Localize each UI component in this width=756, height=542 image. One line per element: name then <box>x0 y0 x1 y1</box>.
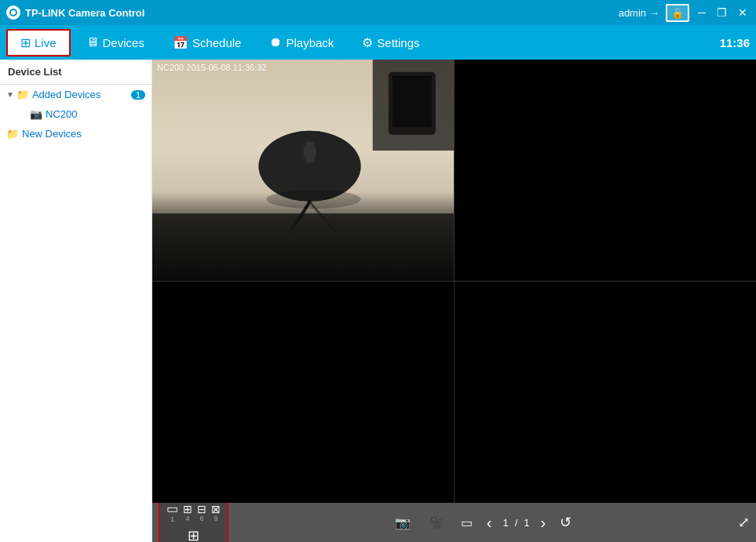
app-title-section: TP-LINK Camera Control <box>6 5 144 20</box>
new-devices-icon: 📁 <box>6 128 19 140</box>
prev-page-button[interactable]: ‹ <box>487 514 492 532</box>
tree-item-nc200[interactable]: 📷 NC200 <box>24 104 152 124</box>
layout-options: ▭ 1 ⊞ 4 ⊟ 6 ⊠ 9 <box>165 501 222 525</box>
current-time: 11:36 <box>720 36 750 49</box>
nav-item-live[interactable]: ⊞ Live <box>6 29 71 56</box>
nav-label-devices: Devices <box>103 36 144 49</box>
nav-label-schedule: Schedule <box>192 36 242 49</box>
video-cell-top-right[interactable] <box>455 60 756 281</box>
added-devices-label: Added Devices <box>32 89 131 100</box>
sidebar-title: Device List <box>0 60 152 85</box>
page-current: 1 <box>502 517 508 529</box>
layout-6-label: 6 <box>199 515 203 522</box>
sidebar: Device List ▼ 📁 Added Devices 1 📷 NC200 … <box>0 60 152 542</box>
title-bar: TP-LINK Camera Control admin → 🔒 ─ ❐ ✕ <box>0 0 756 25</box>
nav-item-devices[interactable]: 🖥 Devices <box>74 31 157 54</box>
video-cell-top-left[interactable]: NC200 2015-06-08 11:36:32 <box>152 60 454 281</box>
layout-1-icon: ▭ <box>166 503 178 515</box>
signin-icon[interactable]: → <box>649 7 659 19</box>
folder-icon: 📁 <box>16 89 29 100</box>
lock-button[interactable]: 🔒 <box>666 4 689 22</box>
page-total: 1 <box>524 517 529 529</box>
nav-label-settings: Settings <box>377 36 419 49</box>
layout-4-icon: ⊞ <box>183 504 192 515</box>
layout-9-label: 9 <box>214 515 217 522</box>
live-icon: ⊞ <box>20 35 31 50</box>
window-button[interactable]: ▭ <box>458 512 476 533</box>
added-devices-badge: 1 <box>131 90 145 100</box>
lock-icon: 🔒 <box>671 7 684 19</box>
camera-feed <box>152 60 454 281</box>
devices-icon: 🖥 <box>86 35 99 49</box>
toolbar-controls: 📷 🎥 ▭ ‹ 1 / 1 › ↺ <box>228 511 738 534</box>
layout-1-label: 1 <box>170 515 174 523</box>
layout-1-button[interactable]: ▭ 1 <box>165 501 180 525</box>
svg-rect-9 <box>373 60 454 151</box>
layout-6-button[interactable]: ⊟ 6 <box>195 502 208 524</box>
playback-icon: ⏺ <box>269 35 282 49</box>
layout-active-icon[interactable]: ⊞ <box>188 527 199 543</box>
video-grid: NC200 2015-06-08 11:36:32 <box>152 60 756 503</box>
svg-rect-6 <box>152 213 454 281</box>
restore-button[interactable]: ❐ <box>714 6 729 19</box>
svg-point-4 <box>304 141 316 163</box>
video-cell-bottom-left[interactable] <box>152 282 454 503</box>
nav-item-schedule[interactable]: 📅 Schedule <box>160 31 254 55</box>
close-button[interactable]: ✕ <box>736 6 750 19</box>
video-content: NC200 2015-06-08 11:36:32 <box>152 60 756 542</box>
record-button[interactable]: 🎥 <box>425 512 447 533</box>
nc200-label: NC200 <box>46 108 145 120</box>
tree-sub-added: 📷 NC200 <box>0 104 152 124</box>
nav-item-settings[interactable]: ⚙ Settings <box>349 31 432 55</box>
fullscreen-button[interactable]: ⤢ <box>738 514 750 531</box>
next-page-button[interactable]: › <box>541 514 546 532</box>
bottom-toolbar: ▭ 1 ⊞ 4 ⊟ 6 ⊠ 9 ⊞ <box>152 503 756 542</box>
video-cell-bottom-right[interactable] <box>455 282 756 503</box>
app-logo <box>6 5 20 20</box>
layout-4-button[interactable]: ⊞ 4 <box>181 502 194 524</box>
screenshot-button[interactable]: 📷 <box>392 512 414 533</box>
schedule-icon: 📅 <box>173 35 188 50</box>
tree-item-new-devices[interactable]: 📁 New Devices <box>0 124 152 144</box>
layout-9-button[interactable]: ⊠ 9 <box>210 502 222 524</box>
nav-item-playback[interactable]: ⏺ Playback <box>257 31 346 54</box>
minimize-button[interactable]: ─ <box>696 6 708 19</box>
app-title: TP-LINK Camera Control <box>25 7 144 19</box>
tree-item-added-devices[interactable]: ▼ 📁 Added Devices 1 <box>0 85 152 104</box>
username: admin <box>619 7 646 19</box>
svg-point-5 <box>266 190 360 209</box>
nav-items: ⊞ Live 🖥 Devices 📅 Schedule ⏺ Playback ⚙… <box>6 29 433 56</box>
nav-label-playback: Playback <box>286 36 334 49</box>
page-info: 1 / 1 <box>502 517 529 529</box>
refresh-button[interactable]: ↺ <box>557 511 575 534</box>
user-section: admin → <box>619 7 659 19</box>
title-bar-controls: admin → 🔒 ─ ❐ ✕ <box>619 4 750 22</box>
settings-icon: ⚙ <box>362 35 373 50</box>
main-layout: Device List ▼ 📁 Added Devices 1 📷 NC200 … <box>0 60 756 542</box>
layout-6-icon: ⊟ <box>197 504 206 515</box>
expand-icon: ▼ <box>6 90 14 99</box>
nav-label-live: Live <box>35 36 57 49</box>
camera-icon: 📷 <box>30 108 42 120</box>
new-devices-label: New Devices <box>22 128 145 140</box>
layout-selector[interactable]: ▭ 1 ⊞ 4 ⊟ 6 ⊠ 9 ⊞ <box>159 497 228 543</box>
layout-9-icon: ⊠ <box>211 504 221 515</box>
layout-4-label: 4 <box>185 515 189 522</box>
page-sep: / <box>515 517 518 529</box>
nav-bar: ⊞ Live 🖥 Devices 📅 Schedule ⏺ Playback ⚙… <box>0 25 756 60</box>
